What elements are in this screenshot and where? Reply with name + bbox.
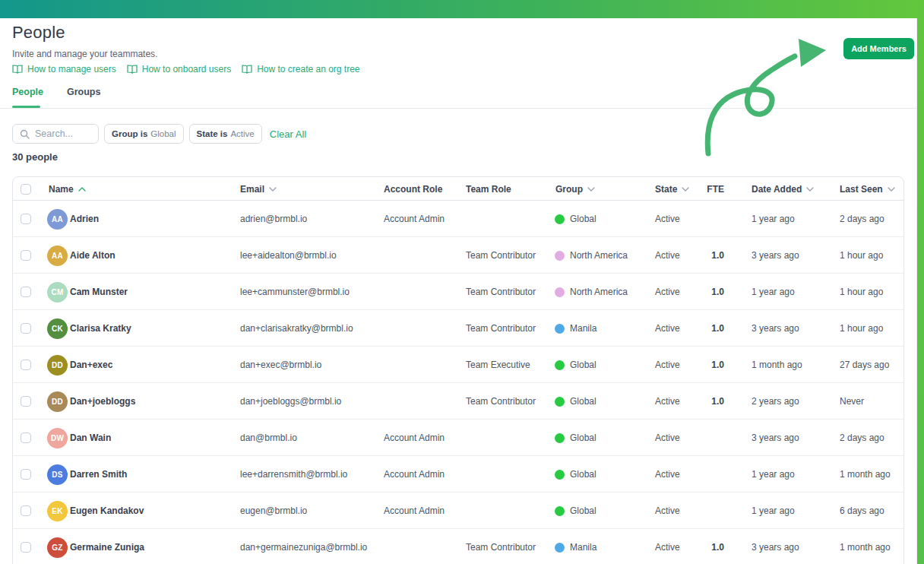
table-row[interactable]: AA Adrien adrien@brmbl.io Account Admin …: [13, 201, 903, 237]
table-row[interactable]: AA Aide Alton lee+aidealton@brmbl.io Tea…: [13, 237, 903, 274]
page-subtitle: Invite and manage your teammates.: [12, 49, 157, 59]
select-all-checkbox[interactable]: [21, 177, 31, 201]
group-color-dot: [555, 214, 565, 224]
sort-icon: [888, 187, 895, 192]
name-cell: Aide Alton: [70, 237, 115, 274]
column-header-account-role[interactable]: Account Role: [384, 177, 442, 201]
date-added-cell: 3 years ago: [752, 529, 799, 564]
date-added-cell: 3 years ago: [752, 310, 799, 347]
table-row[interactable]: CM Cam Munster lee+cammunster@brmbl.io T…: [13, 274, 903, 310]
state-cell: Active: [655, 310, 680, 347]
right-green-strip: [917, 0, 924, 564]
email-cell: lee+aidealton@brmbl.io: [240, 237, 337, 274]
state-cell: Active: [655, 237, 680, 274]
search-box[interactable]: [12, 124, 99, 144]
people-page: People Invite and manage your teammates.…: [0, 0, 924, 564]
email-cell: dan+exec@brmbl.io: [240, 347, 321, 383]
row-checkbox[interactable]: [21, 201, 31, 237]
row-checkbox[interactable]: [21, 529, 31, 564]
table-row[interactable]: EK Eugen Kandakov eugen@brmbl.io Account…: [13, 493, 903, 529]
column-header-date-added[interactable]: Date Added: [752, 177, 814, 201]
row-checkbox[interactable]: [21, 420, 31, 456]
column-header-email[interactable]: Email: [240, 177, 277, 201]
content-right-edge: [916, 18, 917, 564]
tab-groups[interactable]: Groups: [67, 87, 100, 97]
email-cell: dan@brmbl.io: [240, 420, 297, 456]
sort-icon: [682, 187, 689, 192]
link-how-to-create-org-tree[interactable]: How to create an org tree: [242, 64, 359, 74]
fte-cell: 1.0: [711, 310, 724, 347]
date-added-cell: 1 year ago: [752, 201, 795, 237]
name-cell: Dan Wain: [70, 420, 111, 456]
add-members-button[interactable]: Add Members: [843, 38, 914, 59]
filter-chip-group[interactable]: Group is Global: [104, 124, 184, 144]
avatar: DW: [47, 420, 68, 456]
group-cell: North America: [555, 274, 628, 310]
column-header-state[interactable]: State: [655, 177, 689, 201]
team-role-cell: Team Executive: [466, 347, 530, 383]
search-icon: [20, 129, 30, 139]
state-cell: Active: [655, 420, 680, 456]
column-header-group[interactable]: Group: [555, 177, 595, 201]
group-color-dot: [555, 287, 565, 297]
link-how-to-onboard-users[interactable]: How to onboard users: [127, 64, 231, 74]
table-row[interactable]: DS Darren Smith lee+darrensmith@brmbl.io…: [13, 456, 903, 493]
column-header-name[interactable]: Name: [49, 177, 86, 201]
filter-chip-state[interactable]: State is Active: [189, 124, 262, 144]
group-color-dot: [555, 324, 565, 334]
table-row[interactable]: DD Dan+joebloggs dan+joebloggs@brmbl.io …: [13, 383, 903, 420]
name-cell: Eugen Kandakov: [70, 493, 144, 529]
email-cell: dan+germainezuniga@brmbl.io: [240, 529, 367, 564]
row-checkbox[interactable]: [21, 493, 31, 529]
people-count: 30 people: [12, 151, 58, 163]
table-row[interactable]: DW Dan Wain dan@brmbl.io Account Admin G…: [13, 420, 903, 456]
chip-prefix: State is: [197, 129, 228, 138]
row-checkbox[interactable]: [21, 456, 31, 493]
avatar: DD: [47, 347, 68, 383]
column-header-team-role[interactable]: Team Role: [466, 177, 511, 201]
group-cell: Global: [555, 493, 596, 529]
avatar: AA: [47, 201, 68, 237]
column-header-last-seen[interactable]: Last Seen: [840, 177, 895, 201]
row-checkbox[interactable]: [21, 237, 31, 274]
row-checkbox[interactable]: [21, 347, 31, 383]
row-checkbox[interactable]: [21, 383, 31, 420]
search-input[interactable]: [35, 128, 88, 139]
table-row[interactable]: CK Clarisa Kratky dan+clarisakratky@brmb…: [13, 310, 903, 347]
group-color-dot: [555, 251, 565, 261]
table-row[interactable]: DD Dan+exec dan+exec@brmbl.io Team Execu…: [13, 347, 903, 383]
state-cell: Active: [655, 529, 680, 564]
last-seen-cell: 1 month ago: [840, 456, 891, 493]
row-checkbox[interactable]: [21, 310, 31, 347]
avatar: DS: [47, 456, 68, 493]
last-seen-cell: 27 days ago: [840, 347, 889, 383]
sort-asc-icon: [78, 187, 86, 192]
hand-drawn-arrow: [684, 30, 836, 160]
group-color-dot: [555, 506, 565, 516]
state-cell: Active: [655, 493, 680, 529]
fte-cell: 1.0: [711, 383, 724, 420]
table-row[interactable]: GZ Germaine Zuniga dan+germainezuniga@br…: [13, 529, 903, 564]
link-how-to-manage-users[interactable]: How to manage users: [12, 64, 116, 74]
fte-cell: 1.0: [711, 274, 724, 310]
link-label: How to onboard users: [142, 64, 231, 74]
avatar: CK: [47, 310, 68, 347]
sort-icon: [806, 187, 814, 192]
team-role-cell: Team Contributor: [466, 529, 536, 564]
sort-icon: [269, 187, 277, 192]
group-cell: Global: [555, 201, 596, 237]
last-seen-cell: 1 hour ago: [840, 237, 883, 274]
tab-people[interactable]: People: [12, 87, 43, 97]
fte-cell: 1.0: [711, 529, 724, 564]
name-cell: Cam Munster: [70, 274, 128, 310]
sort-icon: [587, 187, 595, 192]
group-cell: Manila: [555, 310, 596, 347]
team-role-cell: Team Contributor: [466, 274, 536, 310]
account-role-cell: Account Admin: [384, 420, 445, 456]
column-header-fte[interactable]: FTE: [707, 177, 724, 201]
row-checkbox[interactable]: [21, 274, 31, 310]
state-cell: Active: [655, 347, 680, 383]
team-role-cell: Team Contributor: [466, 310, 536, 347]
avatar: GZ: [47, 529, 68, 564]
clear-all-button[interactable]: Clear All: [270, 128, 306, 140]
